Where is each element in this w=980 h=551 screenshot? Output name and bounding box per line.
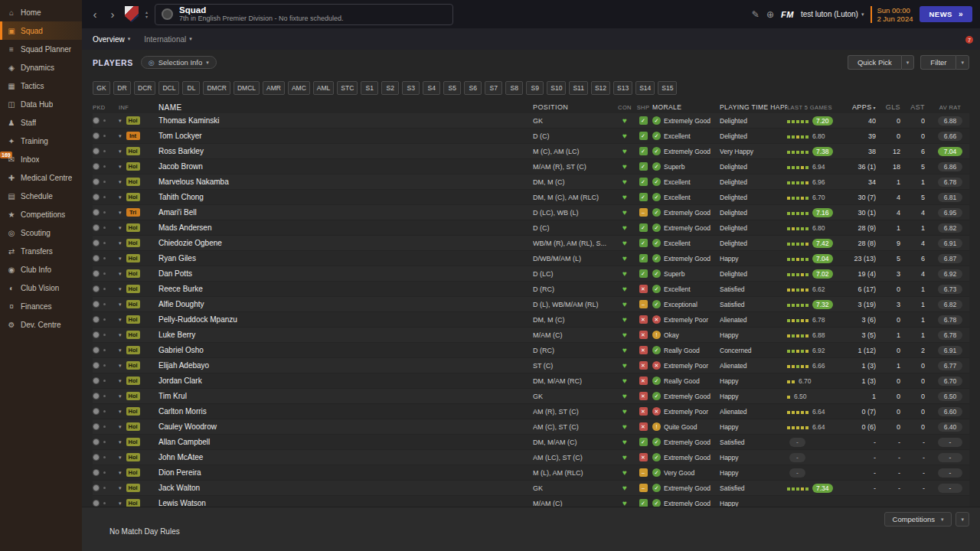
sidebar-item-club-info[interactable]: ◉ Club Info (0, 260, 82, 279)
position-filter-s12[interactable]: S12 (591, 81, 610, 95)
sidebar-item-schedule[interactable]: ▤ Schedule (0, 187, 82, 205)
column-header-inf[interactable]: INF (119, 104, 158, 111)
position-filter-stc[interactable]: STC (337, 81, 358, 95)
row-expand-chevron-icon[interactable]: ▾ (119, 148, 122, 155)
position-filter-s7[interactable]: S7 (485, 81, 502, 95)
table-row[interactable]: ▾ Hol Tim Krul GK ♥ ✕ ✓ Extremely Good H… (93, 389, 969, 404)
table-row[interactable]: ▾ Hol Chiedozie Ogbene WB/M (R), AM (RL)… (93, 236, 969, 251)
row-pick-checkbox[interactable] (93, 347, 100, 354)
table-row[interactable]: ▾ Hol Carlton Morris AM (R), ST (C) ♥ ✕ … (93, 404, 969, 419)
player-name[interactable]: Ryan Giles (158, 254, 196, 262)
table-row[interactable]: ▾ Hol Alfie Doughty D (L), WB/M/AM (RL) … (93, 297, 969, 312)
position-filter-dl[interactable]: DL (182, 81, 200, 95)
table-row[interactable]: ▾ Hol Ryan Giles D/WB/M/AM (L) ♥ ✓ ✓ Ext… (93, 251, 969, 266)
sidebar-item-inbox[interactable]: 169 ✉ Inbox (0, 150, 82, 168)
sidebar-item-competitions[interactable]: ★ Competitions (0, 205, 82, 223)
table-row[interactable]: ▾ Trl Amari'i Bell D (LC), WB (L) ♥ – ✓ … (93, 205, 969, 220)
row-expand-chevron-icon[interactable]: ▾ (119, 424, 122, 430)
row-pick-checkbox[interactable] (93, 132, 100, 139)
sidebar-item-data-hub[interactable]: ◫ Data Hub (0, 95, 82, 113)
table-row[interactable]: ▾ Hol Jacob Brown M/AM (R), ST (C) ♥ ✓ ✓… (93, 159, 969, 174)
row-pick-checkbox[interactable] (93, 178, 100, 185)
table-row[interactable]: ▾ Hol Elijah Adebayo ST (C) ♥ ✕ ✕ Extrem… (93, 358, 969, 373)
column-header-av-rat[interactable]: AV RAT (931, 104, 969, 111)
row-expand-chevron-icon[interactable]: ▾ (119, 347, 122, 354)
team-spinner[interactable]: ▴▾ (145, 10, 148, 19)
column-header-con[interactable]: CON (616, 104, 634, 111)
column-header-position[interactable]: POSITION (533, 103, 616, 111)
player-name[interactable]: Dion Pereira (158, 468, 201, 477)
row-expand-chevron-icon[interactable]: ▾ (119, 470, 122, 476)
table-row[interactable]: ▾ Hol Cauley Woodrow AM (C), ST (C) ♥ ✕ … (93, 419, 969, 435)
position-filter-dcr[interactable]: DCR (134, 81, 155, 95)
player-name[interactable]: Chiedozie Ogbene (158, 239, 222, 247)
table-row[interactable]: ▾ Hol Marvelous Nakamba DM, M (C) ♥ ✓ ✓ … (93, 174, 969, 190)
player-name[interactable]: Dan Potts (158, 269, 192, 278)
filter-button[interactable]: Filter ▾ (920, 55, 969, 70)
table-row[interactable]: ▾ Hol Lewis Watson M/AM (C) ♥ ✓ ✓ Extrem… (93, 496, 969, 507)
position-filter-s2[interactable]: S2 (381, 81, 399, 95)
player-name[interactable]: Pelly-Ruddock Mpanzu (158, 315, 237, 324)
row-expand-chevron-icon[interactable]: ▾ (119, 225, 122, 231)
table-row[interactable]: ▾ Hol Jordan Clark DM, M/AM (RC) ♥ ✕ ✓ R… (93, 373, 969, 389)
column-header-ast[interactable]: AST (906, 103, 931, 111)
competitions-dropdown[interactable]: Competitions ▾ (884, 512, 952, 527)
player-name[interactable]: Jordan Clark (158, 377, 202, 385)
row-pick-checkbox[interactable] (93, 377, 100, 384)
row-pick-checkbox[interactable] (93, 469, 100, 476)
table-row[interactable]: ▾ Hol Tahith Chong DM, M (C), AM (RLC) ♥… (93, 190, 969, 205)
row-expand-chevron-icon[interactable]: ▾ (119, 286, 122, 292)
player-name[interactable]: Lewis Watson (158, 499, 206, 507)
row-pick-checkbox[interactable] (93, 393, 100, 399)
sidebar-item-squad-planner[interactable]: ≡ Squad Planner (0, 40, 82, 58)
row-expand-chevron-icon[interactable]: ▾ (119, 271, 122, 277)
table-row[interactable]: ▾ Hol Thomas Kaminski GK ♥ ✓ ✓ Extremely… (93, 113, 969, 129)
news-continue-button[interactable]: NEWS » (920, 6, 972, 22)
tab-international[interactable]: International ▾ (144, 35, 192, 44)
row-expand-chevron-icon[interactable]: ▾ (119, 164, 122, 170)
position-filter-s5[interactable]: S5 (443, 81, 461, 95)
player-name[interactable]: Cauley Woodrow (158, 422, 217, 431)
sidebar-item-tactics[interactable]: ▦ Tactics (0, 77, 82, 95)
player-name[interactable]: Gabriel Osho (158, 346, 204, 354)
position-filter-s10[interactable]: S10 (547, 81, 566, 95)
table-row[interactable]: ▾ Hol Gabriel Osho D (RC) ♥ ✕ ✓ Really G… (93, 343, 969, 358)
position-filter-s11[interactable]: S11 (569, 81, 588, 95)
row-pick-checkbox[interactable] (93, 362, 100, 369)
position-filter-dcl[interactable]: DCL (158, 81, 179, 95)
sidebar-item-dynamics[interactable]: ◈ Dynamics (0, 58, 82, 77)
row-pick-checkbox[interactable] (93, 316, 100, 323)
table-row[interactable]: ▾ Hol Luke Berry M/AM (C) ♥ ✕ ! Okay Hap… (93, 328, 969, 343)
chevron-down-icon[interactable]: ▾ (956, 55, 969, 70)
row-expand-chevron-icon[interactable]: ▾ (119, 332, 122, 338)
spinner-down-icon[interactable]: ▾ (145, 15, 148, 19)
position-filter-aml[interactable]: AML (313, 81, 334, 95)
row-expand-chevron-icon[interactable]: ▾ (119, 393, 122, 399)
table-row[interactable]: ▾ Hol Allan Campbell DM, M/AM (C) ♥ ✓ ✓ … (93, 435, 969, 450)
sidebar-item-scouting[interactable]: ◎ Scouting (0, 223, 82, 242)
position-filter-s9[interactable]: S9 (526, 81, 544, 95)
quick-pick-button[interactable]: Quick Pick ▾ (848, 55, 914, 70)
position-filter-s8[interactable]: S8 (505, 81, 523, 95)
sidebar-item-transfers[interactable]: ⇄ Transfers (0, 242, 82, 260)
row-expand-chevron-icon[interactable]: ▾ (119, 485, 122, 491)
row-expand-chevron-icon[interactable]: ▾ (119, 240, 122, 246)
row-pick-checkbox[interactable] (93, 454, 100, 461)
table-row[interactable]: ▾ Int Tom Lockyer D (C) ♥ ✓ ✓ Excellent … (93, 129, 969, 144)
row-pick-checkbox[interactable] (93, 194, 100, 201)
player-name[interactable]: Alfie Doughty (158, 300, 204, 308)
edit-pencil-icon[interactable]: ✎ (752, 9, 760, 20)
player-name[interactable]: Jacob Brown (158, 162, 203, 171)
player-name[interactable]: Mads Andersen (158, 223, 212, 232)
row-pick-checkbox[interactable] (93, 117, 100, 124)
player-name[interactable]: Luke Berry (158, 331, 195, 339)
chevron-down-icon[interactable]: ▾ (901, 55, 915, 70)
table-row[interactable]: ▾ Hol John McAtee AM (LC), ST (C) ♥ ✕ ✓ … (93, 450, 969, 465)
player-name[interactable]: Amari'i Bell (158, 208, 197, 217)
table-row[interactable]: ▾ Hol Dion Pereira M (L), AM (RLC) ♥ – ✓… (93, 465, 969, 481)
sidebar-item-dev-centre[interactable]: ⚙ Dev. Centre (0, 315, 82, 334)
player-name[interactable]: Allan Campbell (158, 438, 210, 446)
player-name[interactable]: Tim Krul (158, 392, 187, 400)
position-filter-gk[interactable]: GK (93, 81, 110, 95)
row-expand-chevron-icon[interactable]: ▾ (119, 133, 122, 139)
